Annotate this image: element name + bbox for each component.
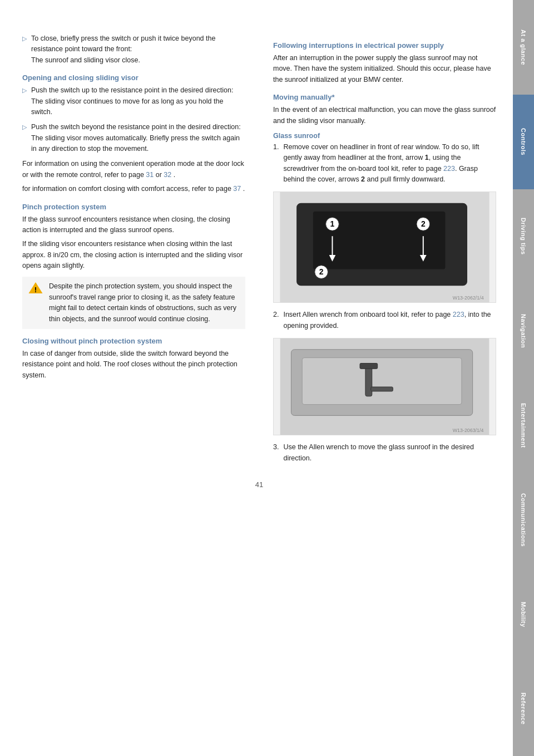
svg-rect-16 xyxy=(302,358,462,405)
sunroof-image: 1 2 2 xyxy=(273,192,496,303)
link-page-31[interactable]: 31 xyxy=(146,171,154,179)
comfort-para1: For information on using the convenient … xyxy=(22,159,245,180)
sidebar-label-mobility: Mobility xyxy=(520,602,527,627)
sidebar-item-controls[interactable]: Controls xyxy=(513,95,534,189)
svg-text:1: 1 xyxy=(330,220,335,229)
step-2-text: Insert Allen wrench from onboard tool ki… xyxy=(283,310,496,331)
sliding-visor-heading: Opening and closing sliding visor xyxy=(22,73,245,82)
step-3-num: 3. xyxy=(273,442,279,453)
sidebar-label-at-glance: At a glance xyxy=(520,30,527,65)
svg-rect-17 xyxy=(365,366,372,396)
sidebar-label-controls: Controls xyxy=(520,128,527,155)
glass-sunroof-heading: Glass sunroof xyxy=(273,132,496,140)
step-1: 1. Remove cover on headliner in front of… xyxy=(273,142,496,185)
sidebar-item-entertainment[interactable]: Entertainment xyxy=(513,378,534,473)
link-page-223b[interactable]: 223 xyxy=(453,311,464,318)
step-2: 2. Insert Allen wrench from onboard tool… xyxy=(273,310,496,331)
page-number: 41 xyxy=(22,480,496,489)
svg-text:2: 2 xyxy=(319,268,324,277)
right-column: Following interruptions in electrical po… xyxy=(268,33,496,464)
sidebar: At a glance Controls Driving tips Naviga… xyxy=(513,0,534,756)
step-1-num: 1. xyxy=(273,142,279,153)
interruptions-heading: Following interruptions in electrical po… xyxy=(273,41,496,50)
step-2-num: 2. xyxy=(273,310,279,320)
left-column: ▷ To close, briefly press the switch or … xyxy=(22,33,251,464)
wrench-image: W13-2063/1/4 xyxy=(273,338,496,435)
bullet-arrow-icon-3: ▷ xyxy=(22,122,27,132)
close-bullet-text: To close, briefly press the switch or pu… xyxy=(31,33,245,66)
pinch-para2: If the sliding visor encounters resistan… xyxy=(22,239,245,271)
link-page-37[interactable]: 37 xyxy=(233,185,241,193)
sidebar-label-entertainment: Entertainment xyxy=(520,403,527,448)
warning-box: ! Despite the pinch protection system, y… xyxy=(22,277,245,329)
sidebar-item-communications[interactable]: Communications xyxy=(513,473,534,567)
visor-bullet1-text: Push the switch up to the resistance poi… xyxy=(31,85,245,117)
bullet-arrow-icon-2: ▷ xyxy=(22,86,27,95)
svg-text:W13-2063/1/4: W13-2063/1/4 xyxy=(453,428,484,433)
warning-triangle-icon: ! xyxy=(28,281,43,294)
visor-bullet2-text: Push the switch beyond the resistance po… xyxy=(31,122,245,154)
main-content: ▷ To close, briefly press the switch or … xyxy=(0,0,513,756)
closing-no-pinch-heading: Closing without pinch protection system xyxy=(22,337,245,345)
svg-text:2: 2 xyxy=(421,220,426,229)
link-page-32[interactable]: 32 xyxy=(164,171,171,179)
bullet-arrow-icon: ▷ xyxy=(22,34,27,43)
pinch-protection-heading: Pinch protection system xyxy=(22,203,245,211)
sidebar-item-mobility[interactable]: Mobility xyxy=(513,567,534,662)
moving-manually-para: In the event of an electrical malfunctio… xyxy=(273,105,496,126)
svg-rect-18 xyxy=(360,364,378,369)
step-1-text: Remove cover on headliner in front of re… xyxy=(283,142,496,185)
svg-rect-19 xyxy=(371,387,393,391)
comfort-para2: for information on comfort closing with … xyxy=(22,184,245,194)
close-bullet: ▷ To close, briefly press the switch or … xyxy=(22,33,245,66)
moving-manually-heading: Moving manually* xyxy=(273,93,496,101)
sidebar-item-at-glance[interactable]: At a glance xyxy=(513,0,534,95)
sidebar-label-navigation: Navigation xyxy=(520,314,527,348)
interruptions-para: After an interruption in the power suppl… xyxy=(273,53,496,85)
sidebar-label-reference: Reference xyxy=(520,693,527,725)
warning-text: Despite the pinch protection system, you… xyxy=(49,281,240,325)
link-page-223a[interactable]: 223 xyxy=(443,165,455,173)
step-3-text: Use the Allen wrench to move the glass s… xyxy=(283,442,496,464)
sidebar-item-navigation[interactable]: Navigation xyxy=(513,283,534,378)
step-3: 3. Use the Allen wrench to move the glas… xyxy=(273,442,496,464)
visor-bullet1: ▷ Push the switch up to the resistance p… xyxy=(22,85,245,117)
sidebar-label-communications: Communications xyxy=(520,493,527,547)
sidebar-label-driving-tips: Driving tips xyxy=(520,218,527,255)
closing-no-pinch-para: In case of danger from outside, slide th… xyxy=(22,348,245,381)
visor-bullet2: ▷ Push the switch beyond the resistance … xyxy=(22,122,245,154)
svg-text:W13-2062/1/4: W13-2062/1/4 xyxy=(453,295,484,301)
sidebar-item-reference[interactable]: Reference xyxy=(513,661,534,756)
pinch-para1: If the glass sunroof encounters resistan… xyxy=(22,214,245,236)
sidebar-item-driving-tips[interactable]: Driving tips xyxy=(513,189,534,284)
svg-text:!: ! xyxy=(34,286,37,294)
